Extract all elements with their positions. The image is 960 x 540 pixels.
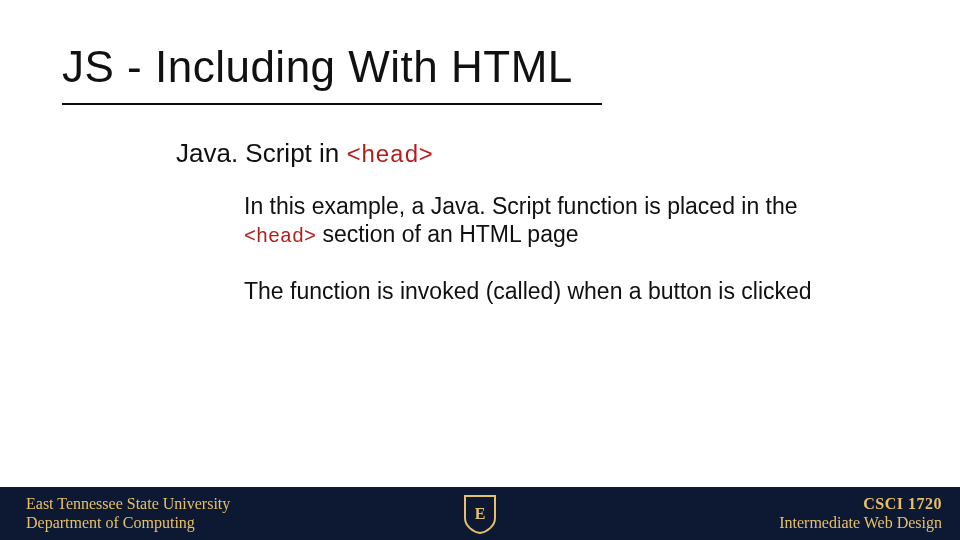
footer-course-name: Intermediate Web Design [779, 514, 942, 532]
footer-department: Department of Computing [26, 514, 230, 532]
subheading: Java. Script in <head> [176, 138, 433, 169]
subheading-code: <head> [347, 142, 433, 169]
paragraph-1a: In this example, a Java. Script function… [244, 193, 798, 219]
footer-university: East Tennessee State University [26, 495, 230, 513]
footer-logo: E [463, 487, 497, 540]
footer-left: East Tennessee State University Departme… [26, 495, 230, 532]
paragraph-2: The function is invoked (called) when a … [244, 277, 814, 305]
footer-right: CSCI 1720 Intermediate Web Design [779, 495, 942, 532]
subheading-text: Java. Script in [176, 138, 347, 168]
paragraph-1b: section of an HTML page [316, 221, 579, 247]
slide: JS - Including With HTML Java. Script in… [0, 0, 960, 540]
footer-bar: East Tennessee State University Departme… [0, 487, 960, 540]
title-underline [62, 103, 602, 105]
shield-icon: E [463, 494, 497, 534]
body-text: In this example, a Java. Script function… [244, 192, 814, 333]
paragraph-1: In this example, a Java. Script function… [244, 192, 814, 249]
paragraph-1-code: <head> [244, 225, 316, 248]
footer-course-code: CSCI 1720 [863, 495, 942, 513]
slide-title: JS - Including With HTML [62, 42, 573, 92]
shield-letter: E [475, 505, 486, 522]
